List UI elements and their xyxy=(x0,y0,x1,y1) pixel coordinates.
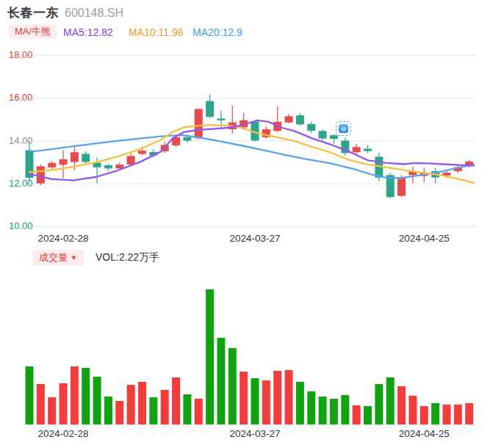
y-tick-16: 16.00 xyxy=(9,92,33,104)
stock-chart-page: { "header": { "title": "长春一东", "code": "… xyxy=(0,0,504,445)
y-tick-14: 14.00 xyxy=(9,135,33,147)
y-tick-10: 10.00 xyxy=(9,220,33,232)
bear-icon xyxy=(339,124,348,133)
chart-canvas[interactable] xyxy=(0,0,504,445)
y-tick-18: 18.00 xyxy=(9,49,33,61)
y-tick-12: 12.00 xyxy=(9,178,33,189)
bear-signal-marker-icon[interactable] xyxy=(336,121,351,136)
